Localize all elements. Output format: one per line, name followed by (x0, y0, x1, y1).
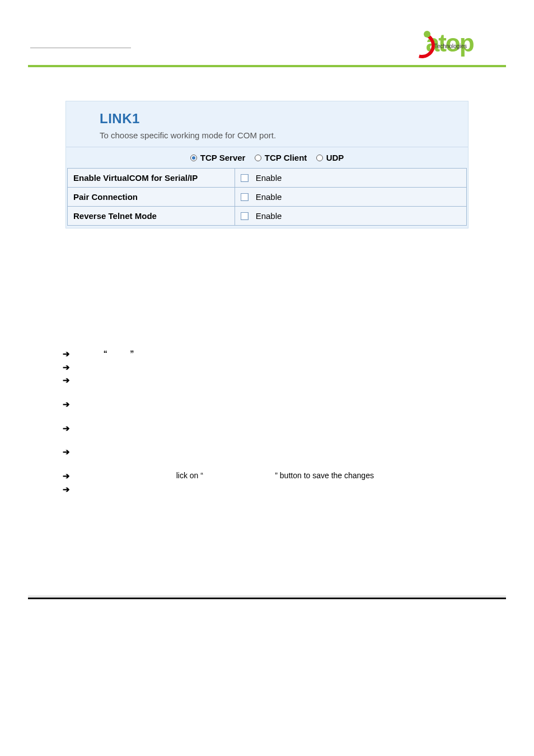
mode-tcp-server[interactable]: TCP Server (190, 153, 248, 162)
row-val: Enable (256, 173, 282, 183)
step-text: User may also set up Pair Connection fun… (73, 398, 506, 421)
footer-left: Copyright © 2011 Atop Technologies, Inc.… (28, 600, 151, 619)
arrow-icon: ➔ (59, 470, 73, 482)
step-text: User may set up one set of source IP for… (73, 446, 506, 469)
footer-copyright: Copyright © 2011 Atop Technologies, Inc. (28, 600, 151, 609)
radio-icon (190, 155, 197, 161)
intro-line: configure listening port to allow client… (59, 287, 475, 298)
step-text: Above configurations will take effect af… (73, 483, 506, 494)
figure-caption: Fig 38. Com1 setup-TCP server mode (28, 236, 506, 246)
list-item: ➔ User may enable Virtual COM for Serial… (59, 374, 506, 397)
radio-icon (316, 155, 323, 161)
row-key: Pair Connection (68, 188, 235, 207)
logo-swoosh-icon (409, 32, 428, 52)
panel-title: LINK1 (100, 109, 434, 128)
row-val-cell: Enable (235, 169, 467, 188)
arrow-icon: ➔ (59, 446, 73, 458)
header: atop Technologies (28, 26, 506, 60)
step-list: ➔ Click on “COM1” link and the following… (59, 348, 506, 495)
footer-page-number: - 35 - (490, 600, 506, 619)
checkbox-icon[interactable] (241, 193, 249, 201)
arrow-icon: ➔ (59, 422, 73, 435)
footer-rule (28, 598, 506, 599)
section-title: 5.2.1 TCP Server mode for Link1 configur… (28, 87, 506, 98)
arrow-icon: ➔ (59, 374, 73, 386)
list-item: ➔ User may also set up Pair Connection f… (59, 398, 506, 421)
footer-rights: All rights reserved. Designed in Taiwan. (28, 610, 151, 619)
list-item: ➔ Above configurations will take effect … (59, 483, 506, 496)
checkbox-icon[interactable] (241, 174, 249, 182)
row-val: Enable (256, 211, 282, 221)
arrow-icon: ➔ (59, 361, 73, 374)
intro-line: IP filtering function is a simple ACL (A… (59, 317, 475, 328)
mode-selector: TCP Server TCP Client UDP (66, 147, 468, 169)
step-text: Configure Serial setting and click on “S… (73, 470, 506, 481)
intro-paragraph: TCP Server mode is default Link mode of … (59, 259, 475, 342)
table-row: Enable VirtualCOM for Serial/IP Enable (68, 169, 467, 188)
step-text: User may set up one set of source IP for… (73, 422, 506, 445)
arrow-icon: ➔ (59, 398, 73, 410)
list-item: ➔ Configure Serial setting and click on … (59, 470, 506, 482)
table-row: Pair Connection Enable (68, 188, 467, 207)
row-val-cell: Enable (235, 188, 467, 207)
list-item: ➔ Click on “COM1” link and the following… (59, 348, 506, 360)
page-footer: Copyright © 2011 Atop Technologies, Inc.… (28, 596, 506, 619)
row-val: Enable (256, 192, 282, 202)
brand-logo: atop Technologies (409, 26, 506, 60)
mode-udp[interactable]: UDP (316, 153, 344, 162)
arrow-icon: ➔ (59, 483, 73, 496)
table-row: Reverse Telnet Mode Enable (68, 207, 467, 226)
step-text: Configure the Com1 link mode as TCP serv… (73, 361, 506, 372)
list-item: ➔ User may set up one set of source IP f… (59, 422, 506, 445)
intro-line: to "0.0.0.0". (59, 331, 475, 342)
step-text: User may enable Virtual COM for Serial/I… (73, 374, 506, 397)
panel-header: LINK1 To choose specific working mode fo… (66, 101, 468, 147)
step-text: Click on “COM1” link and the following s… (73, 348, 506, 359)
list-item: ➔ User may set up one set of source IP f… (59, 446, 506, 469)
green-divider (28, 65, 506, 67)
mode-tcp-client[interactable]: TCP Client (255, 153, 310, 162)
row-val-cell: Enable (235, 207, 467, 226)
logo-subtext: Technologies (434, 43, 467, 50)
panel-subtitle: To choose specific working mode for COM … (100, 129, 434, 141)
list-item: ➔ Configure the Com1 link mode as TCP se… (59, 361, 506, 374)
row-key: Reverse Telnet Mode (68, 207, 235, 226)
mode-label: TCP Server (200, 153, 246, 162)
intro-line: requirement from remote host PC which in… (59, 273, 475, 284)
config-table: Enable VirtualCOM for Serial/IP Enable P… (67, 168, 467, 226)
mode-label: TCP Client (265, 153, 307, 162)
radio-icon (255, 155, 261, 161)
row-key: Enable VirtualCOM for Serial/IP (68, 169, 235, 188)
mode-label: UDP (326, 153, 344, 162)
link1-panel: LINK1 To choose specific working mode fo… (65, 101, 469, 228)
intro-line: TCP Server mode is default Link mode of … (59, 259, 475, 270)
checkbox-icon[interactable] (241, 212, 249, 220)
arrow-icon: ➔ (59, 348, 73, 360)
intro-line: number of Com1 is 4660. (59, 300, 475, 311)
